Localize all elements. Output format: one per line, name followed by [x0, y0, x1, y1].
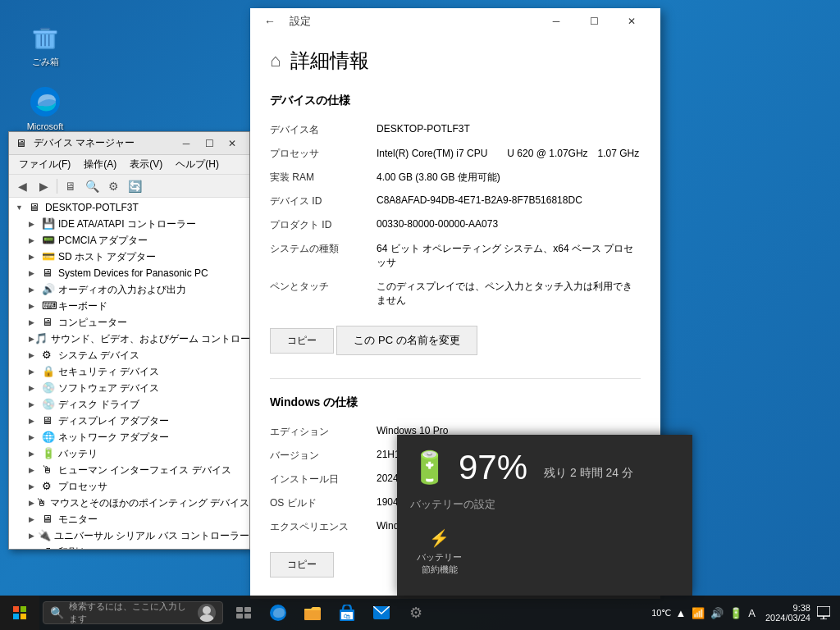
tree-item-sysdev[interactable]: ▶ 🖥 System Devices for Panasonic PC [9, 265, 249, 281]
recycle-bin-icon[interactable]: ごみ箱 [16, 16, 74, 71]
tree-computer-root[interactable]: ▼ 🖥 DESKTOP-POTLF3T [9, 199, 249, 216]
battery-top: 🔋 97% 残り 2 時間 24 分 [410, 448, 679, 487]
tree-label-disk: ディスク ドライブ [58, 398, 139, 412]
ime-icon[interactable]: A [746, 605, 757, 621]
spec-key-product-id: プロダクト ID [270, 218, 377, 232]
taskbar-edge-button[interactable] [261, 596, 295, 630]
tree-expand-sound: ▶ [29, 335, 34, 343]
network-tray-icon[interactable]: ▲ [673, 605, 687, 621]
toolbar-btn-2[interactable]: 🔍 [82, 177, 102, 195]
tree-item-disk[interactable]: ▶ 💿 ディスク ドライブ [9, 396, 249, 413]
tree-item-sd[interactable]: ▶ 💳 SD ホスト アダプター [9, 249, 249, 265]
spec-val-ram: 4.00 GB (3.80 GB 使用可能) [377, 171, 641, 185]
tree-expand-computer: ▶ [29, 318, 42, 326]
tree-label-keyboard: キーボード [58, 299, 107, 313]
battery-saver-option[interactable]: ⚡ バッテリー 節約機能 [410, 522, 468, 582]
settings-close-button[interactable]: ✕ [613, 8, 651, 34]
tree-item-monitor[interactable]: ▶ 🖥 モニター [9, 511, 249, 527]
taskbar-explorer-button[interactable] [295, 596, 330, 630]
settings-back-button[interactable]: ← [260, 11, 280, 31]
tree-item-security[interactable]: ▶ 🔒 セキュリティ デバイス [9, 363, 249, 380]
spec-val-pen-touch: このディスプレイでは、ペン入力とタッチ入力は利用できません [377, 280, 641, 308]
toolbar-btn-4[interactable]: 🔄 [125, 177, 144, 195]
menu-action[interactable]: 操作(A) [77, 156, 123, 173]
tree-item-audio[interactable]: ▶ 🔊 オーディオの入力および出力 [9, 281, 249, 298]
tree-item-ide[interactable]: ▶ 💾 IDE ATA/ATAPI コントローラー [9, 216, 249, 232]
tree-expand-monitor: ▶ [29, 515, 42, 523]
settings-title-left: ← 設定 [260, 11, 537, 31]
copy-windows-specs-button[interactable]: コピー [270, 552, 334, 578]
forward-toolbar-btn[interactable]: ▶ [34, 177, 53, 195]
tree-computer-label: DESKTOP-POTLF3T [45, 202, 139, 213]
spec-row-system-type: システムの種類 64 ビット オペレーティング システム、x64 ベース プロセ… [270, 237, 641, 275]
task-view-button[interactable] [226, 596, 261, 630]
tree-label-security: セキュリティ デバイス [58, 365, 159, 379]
spec-key-version: バージョン [270, 449, 377, 463]
tree-icon-processor: ⚙ [42, 480, 55, 493]
menu-help[interactable]: ヘルプ(H) [169, 156, 226, 173]
rename-pc-button[interactable]: この PC の名前を変更 [336, 326, 477, 355]
taskbar-clock[interactable]: 9:38 2024/03/24 [765, 603, 810, 623]
toolbar-btn-3[interactable]: ⚙ [103, 177, 123, 195]
tree-label-usb: ユニバーサル シリアル バス コントローラー [54, 529, 249, 543]
wifi-icon[interactable]: 📶 [690, 605, 706, 621]
spec-key-experience: エクスペリエンス [270, 520, 377, 534]
menu-file[interactable]: ファイル(F) [12, 156, 77, 173]
svg-rect-9 [13, 614, 19, 619]
spec-key-ram: 実装 RAM [270, 171, 377, 185]
tree-item-software[interactable]: ▶ 💿 ソフトウェア デバイス [9, 380, 249, 396]
battery-tray-icon[interactable]: 🔋 [728, 605, 744, 621]
copy-device-specs-button[interactable]: コピー [270, 328, 334, 354]
tree-icon-sound: 🎵 [34, 332, 48, 345]
battery-settings-link[interactable]: バッテリーの設定 [410, 497, 679, 512]
tree-item-usb[interactable]: ▶ 🔌 ユニバーサル シリアル バス コントローラー [9, 527, 249, 544]
tree-icon-ide: 💾 [42, 217, 55, 231]
device-manager-titlebar: 🖥 デバイス マネージャー ─ ☐ ✕ [9, 132, 249, 155]
tree-item-sysdevices[interactable]: ▶ ⚙ システム デバイス [9, 347, 249, 363]
tree-icon-sysdevices: ⚙ [42, 349, 55, 362]
tree-item-hid[interactable]: ▶ 🖱 ヒューマン インターフェイス デバイス [9, 462, 249, 478]
settings-maximize-button[interactable]: ☐ [575, 8, 613, 34]
svg-rect-13 [236, 607, 243, 612]
spec-row-pen-touch: ペンとタッチ このディスプレイでは、ペン入力とタッチ入力は利用できません [270, 275, 641, 313]
close-button[interactable]: ✕ [221, 135, 243, 152]
volume-icon[interactable]: 🔊 [709, 605, 725, 621]
svg-rect-15 [236, 614, 243, 619]
tree-expand-display: ▶ [29, 417, 42, 425]
svg-rect-2 [34, 30, 57, 34]
tree-expand-sd: ▶ [29, 253, 42, 261]
temperature-display: 10℃ [651, 608, 671, 619]
device-specs-section-title: デバイスの仕様 [270, 90, 641, 108]
tree-item-display[interactable]: ▶ 🖥 ディスプレイ アダプター [9, 413, 249, 429]
start-button[interactable] [0, 596, 39, 630]
minimize-button[interactable]: ─ [176, 135, 197, 152]
tree-item-print[interactable]: ▶ 🖨 印刷キュー [9, 544, 249, 549]
tree-item-pcmcia[interactable]: ▶ 📟 PCMCIA アダプター [9, 232, 249, 249]
tree-item-keyboard[interactable]: ▶ ⌨ キーボード [9, 298, 249, 314]
spec-key-device-id: デバイス ID [270, 194, 377, 208]
spec-val-system-type: 64 ビット オペレーティング システム、x64 ベース プロセッサ [377, 242, 641, 270]
tree-icon-sysdev: 🖥 [42, 267, 55, 280]
spec-key-pen-touch: ペンとタッチ [270, 280, 377, 294]
notification-button[interactable] [814, 596, 833, 630]
tree-item-processor[interactable]: ▶ ⚙ プロセッサ [9, 478, 249, 495]
tree-expand-hid: ▶ [29, 466, 42, 474]
settings-minimize-button[interactable]: ─ [537, 8, 575, 34]
taskbar-mail-button[interactable] [364, 596, 399, 630]
tree-item-battery[interactable]: ▶ 🔋 バッテリ [9, 445, 249, 462]
toolbar-btn-1[interactable]: 🖥 [61, 177, 80, 195]
tree-item-computer[interactable]: ▶ 🖥 コンピューター [9, 314, 249, 331]
taskbar-settings-button[interactable]: ⚙ [399, 596, 433, 630]
taskbar-search[interactable]: 🔍 検索するには、ここに入力します [43, 601, 223, 624]
taskbar-store-button[interactable]: 🛍 [330, 596, 364, 630]
tree-label-battery: バッテリ [58, 447, 98, 461]
taskbar: 🔍 検索するには、ここに入力します [0, 596, 840, 630]
maximize-button[interactable]: ☐ [199, 135, 220, 152]
settings-window-controls: ─ ☐ ✕ [537, 8, 651, 34]
tree-item-mouse[interactable]: ▶ 🖱 マウスとそのほかのポインティング デバイス [9, 495, 249, 511]
tree-item-network[interactable]: ▶ 🌐 ネットワーク アダプター [9, 429, 249, 445]
desktop: ごみ箱 Microsoft Edge 🖥 デバイス マネージャー ─ ☐ ✕ フ… [0, 0, 840, 630]
menu-view[interactable]: 表示(V) [123, 156, 169, 173]
tree-item-sound[interactable]: ▶ 🎵 サウンド、ビデオ、およびゲーム コントローラー [9, 331, 249, 347]
back-toolbar-btn[interactable]: ◀ [12, 177, 32, 195]
